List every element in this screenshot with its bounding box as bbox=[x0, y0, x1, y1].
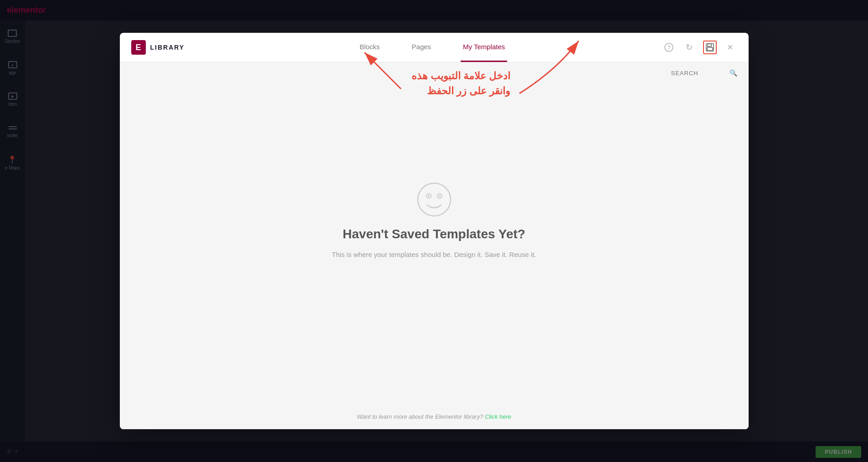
modal-body: 🔍 Haven't Saved Templates Yet? This is w… bbox=[120, 62, 749, 429]
svg-point-5 bbox=[418, 183, 451, 216]
empty-state: Haven't Saved Templates Yet? This is whe… bbox=[120, 62, 749, 404]
empty-title: Haven't Saved Templates Yet? bbox=[343, 227, 525, 241]
brand-name: LIBRARY bbox=[150, 44, 185, 51]
footer-link[interactable]: Click here bbox=[485, 413, 511, 420]
library-modal: E LIBRARY Blocks Pages My Templates bbox=[120, 33, 749, 429]
footer-text: Want to learn more about the Elementor l… bbox=[357, 413, 483, 420]
tab-pages[interactable]: Pages bbox=[410, 33, 434, 62]
modal-actions: ? ↻ × bbox=[662, 41, 737, 54]
modal-header: E LIBRARY Blocks Pages My Templates bbox=[120, 33, 749, 62]
close-button[interactable]: × bbox=[724, 41, 737, 54]
svg-rect-3 bbox=[708, 44, 711, 46]
save-icon bbox=[706, 43, 714, 51]
refresh-button[interactable]: ↻ bbox=[683, 41, 696, 54]
svg-point-9 bbox=[439, 195, 441, 197]
modal-overlay: E LIBRARY Blocks Pages My Templates bbox=[0, 0, 868, 462]
empty-subtitle: This is where your templates should be. … bbox=[332, 251, 536, 258]
search-bar: 🔍 bbox=[671, 69, 737, 77]
help-button[interactable]: ? bbox=[662, 41, 676, 54]
svg-point-8 bbox=[428, 195, 430, 197]
tab-my-templates[interactable]: My Templates bbox=[461, 33, 507, 62]
modal-brand: E LIBRARY bbox=[131, 40, 185, 55]
modal-footer: Want to learn more about the Elementor l… bbox=[120, 404, 749, 429]
svg-rect-4 bbox=[707, 47, 713, 51]
search-icon[interactable]: 🔍 bbox=[729, 69, 737, 77]
help-icon: ? bbox=[664, 43, 673, 52]
modal-tabs: Blocks Pages My Templates bbox=[203, 33, 662, 62]
brand-icon: E bbox=[131, 40, 146, 55]
svg-text:?: ? bbox=[667, 45, 670, 51]
tab-blocks[interactable]: Blocks bbox=[357, 33, 382, 62]
smiley-icon bbox=[416, 181, 452, 218]
search-input[interactable] bbox=[671, 70, 726, 77]
save-template-button[interactable] bbox=[703, 41, 717, 54]
